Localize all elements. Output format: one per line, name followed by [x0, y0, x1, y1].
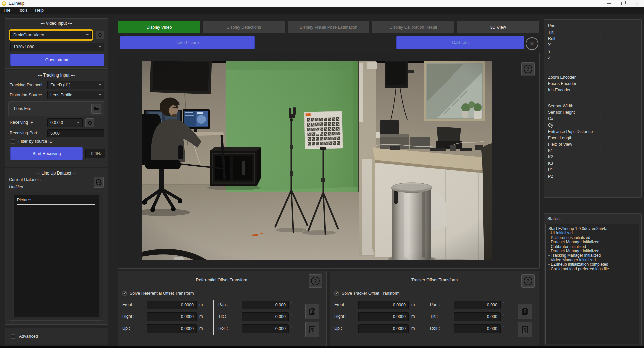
- right-input[interactable]: 0.0000: [147, 312, 197, 321]
- row-value: .: [600, 110, 641, 115]
- advanced-label: Advanced: [19, 334, 38, 339]
- distortion-source-label: Distortion Source: [10, 93, 42, 97]
- row-label: Sensor Width: [548, 104, 600, 108]
- tab-3d-view[interactable]: 3D View: [457, 21, 539, 33]
- referential-offset-title: Referential Offset Transform: [118, 278, 326, 282]
- roll-input[interactable]: 0.000: [454, 324, 501, 333]
- paste-offsets-button[interactable]: [305, 322, 319, 337]
- distortion-source-dropdown[interactable]: Lens Profile: [47, 91, 104, 99]
- tilt-input[interactable]: 0.000: [454, 312, 501, 321]
- advanced-checkbox[interactable]: [11, 334, 15, 339]
- row-label: Pan: [548, 23, 600, 28]
- referential-help-button[interactable]: ?: [309, 274, 322, 288]
- menu-tools[interactable]: Tools: [14, 7, 31, 14]
- pan-label: Pan :: [218, 302, 228, 307]
- row-value: .: [600, 43, 641, 47]
- roll-input[interactable]: 0.000: [242, 324, 289, 333]
- solve-tracker-label: Solve Tracker Offset Transform: [342, 291, 400, 296]
- cancel-calibration-button[interactable]: ✕: [526, 37, 538, 50]
- pan-unit: °: [291, 301, 292, 305]
- front-input[interactable]: 0.0000: [358, 301, 409, 309]
- row-value: .: [600, 75, 641, 80]
- lens-row: Field of View.: [544, 141, 641, 147]
- receiving-port-label: Receiving Port: [10, 131, 37, 135]
- calibrate-button[interactable]: Calibrate: [396, 36, 524, 49]
- maximize-button[interactable]: [616, 0, 630, 7]
- lens-row: Focal Length.: [544, 135, 641, 141]
- lens-values-panel: Sensor Width. Sensor Height. Cx. Cy. Ent…: [544, 100, 642, 198]
- up-input[interactable]: 0.0000: [147, 324, 197, 333]
- take-picture-button[interactable]: Take Picture: [120, 36, 255, 49]
- paste-offsets-button[interactable]: [518, 322, 532, 337]
- solve-referential-label: Solve Referential Offset Transform: [130, 291, 194, 296]
- camera-scene: [142, 61, 492, 260]
- row-value: .: [600, 155, 641, 159]
- video-source-dropdown[interactable]: DroidCam Video: [10, 31, 92, 39]
- start-receiving-button[interactable]: Start Receiving: [10, 147, 83, 160]
- solve-tracker-checkbox[interactable]: [334, 291, 339, 296]
- encoder-row: Iris Encoder.: [544, 87, 641, 93]
- tracker-offset-title: Tracker Offset Transform: [330, 278, 539, 282]
- fields-divider: [213, 300, 214, 335]
- roll-unit: °: [503, 325, 504, 329]
- video-panel: ?: [118, 53, 540, 269]
- tilt-input[interactable]: 0.000: [242, 312, 289, 321]
- lens-row: Cy.: [544, 122, 641, 128]
- bottom-strip: [0, 346, 644, 348]
- row-value: .: [600, 167, 641, 172]
- front-unit: m: [199, 302, 203, 307]
- database-refresh-icon: [96, 179, 102, 186]
- minimize-button[interactable]: [602, 0, 616, 7]
- resolution-dropdown[interactable]: 1920x1080: [10, 43, 104, 51]
- pan-input[interactable]: 0.000: [454, 301, 501, 309]
- row-label: K3: [548, 161, 600, 166]
- tracker-help-button[interactable]: ?: [521, 274, 535, 288]
- receiving-ip-dropdown[interactable]: 0.0.0.0: [47, 118, 83, 127]
- row-label: Iris Encoder: [548, 88, 600, 92]
- roll-unit: °: [291, 325, 292, 329]
- receiving-ip-refresh-button[interactable]: [85, 118, 94, 127]
- tracking-protocol-dropdown[interactable]: FreeD (d1): [47, 81, 104, 89]
- filter-source-id-label: Filter by source ID: [18, 139, 52, 144]
- video-help-button[interactable]: ?: [521, 62, 535, 76]
- right-unit: m: [411, 314, 415, 319]
- referential-offset-panel: Referential Offset Transform ? Solve Ref…: [118, 271, 327, 347]
- lens-file-browse-button[interactable]: [91, 104, 101, 114]
- menubar: File Tools Help: [0, 7, 644, 14]
- row-label: Focal Length: [548, 136, 600, 140]
- menu-help[interactable]: Help: [31, 7, 47, 14]
- right-label: Right :: [122, 314, 134, 319]
- open-stream-button[interactable]: Open stream: [10, 54, 104, 66]
- copy-offsets-button[interactable]: [518, 304, 532, 319]
- lens-row: K2.: [544, 154, 641, 160]
- row-value: .: [600, 81, 641, 86]
- pictures-list[interactable]: Pictures: [13, 195, 99, 317]
- row-value: .: [600, 174, 641, 179]
- pan-input[interactable]: 0.000: [242, 301, 289, 309]
- dataset-reload-button[interactable]: [94, 177, 104, 188]
- panels-divider: [328, 274, 328, 337]
- tilt-unit: °: [291, 313, 292, 317]
- copy-offsets-button[interactable]: [305, 304, 319, 319]
- right-label: Right :: [334, 314, 346, 319]
- close-button[interactable]: ×: [630, 0, 644, 7]
- paste-icon: [309, 325, 316, 334]
- menu-file[interactable]: File: [0, 7, 14, 14]
- tilt-label: Tilt :: [430, 314, 438, 319]
- lens-file-box: Lens File: [8, 101, 104, 116]
- up-input[interactable]: 0.0000: [358, 324, 409, 333]
- receiving-port-input[interactable]: 5000: [47, 129, 104, 137]
- tab-display-video[interactable]: Display Video: [118, 21, 200, 33]
- video-source-refresh-button[interactable]: [96, 31, 104, 39]
- tracking-input-panel: --- Tracking Input --- Tracking Protocol…: [5, 70, 108, 167]
- filter-source-id-checkbox[interactable]: [11, 139, 15, 144]
- pose-values-panel: Pan. Tilt. Roll. X. Y. Z.: [544, 19, 642, 72]
- tab-display-detections: Display Detections: [203, 21, 285, 33]
- front-label: Front :: [334, 302, 346, 307]
- advanced-panel: Advanced: [5, 328, 108, 345]
- row-label: Cy: [548, 123, 600, 128]
- front-input[interactable]: 0.0000: [147, 301, 197, 309]
- tab-display-visual-pose-estimation: Display Visual Pose Estimation: [288, 21, 370, 33]
- solve-referential-checkbox[interactable]: [122, 291, 127, 296]
- right-input[interactable]: 0.0000: [358, 312, 409, 321]
